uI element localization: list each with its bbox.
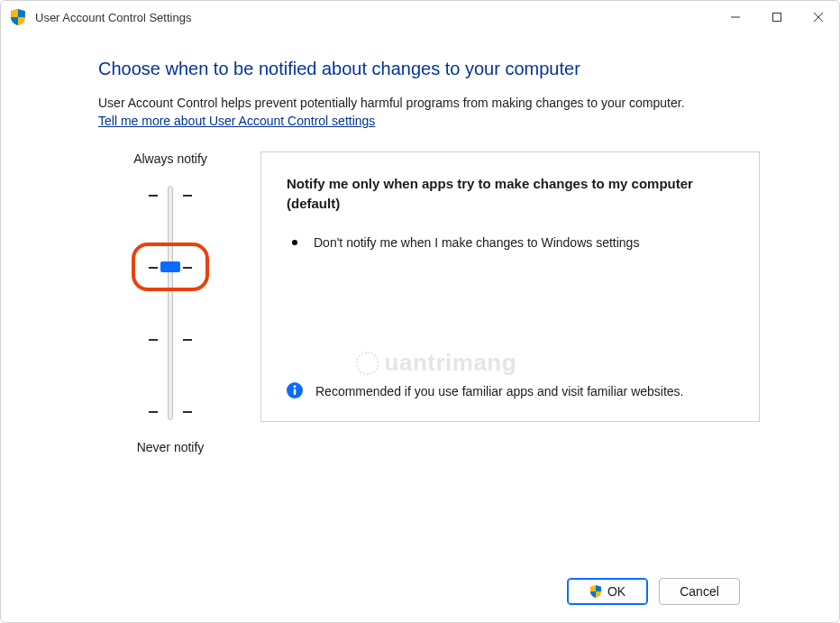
cancel-button[interactable]: Cancel — [659, 578, 740, 605]
info-icon — [287, 382, 303, 399]
slider-tick — [149, 411, 158, 413]
svg-rect-1 — [773, 14, 781, 22]
close-button[interactable] — [798, 1, 839, 33]
content-area: Choose when to be notified about changes… — [1, 33, 839, 561]
shield-icon — [10, 9, 26, 25]
slider-tick — [149, 195, 158, 197]
slider-tick — [149, 339, 158, 341]
minimize-button[interactable] — [715, 1, 756, 33]
description-text: User Account Control helps prevent poten… — [98, 96, 760, 110]
ok-button[interactable]: OK — [567, 578, 648, 605]
svg-point-5 — [294, 385, 297, 388]
recommendation-text: Recommended if you use familiar apps and… — [315, 382, 684, 401]
slider-tick — [183, 195, 192, 197]
notification-slider[interactable] — [98, 177, 242, 429]
slider-top-label: Always notify — [98, 151, 242, 166]
panel-bullet-text: Don't notify me when I make changes to W… — [314, 234, 639, 252]
slider-thumb[interactable] — [160, 261, 180, 272]
bullet-icon — [292, 240, 297, 245]
ok-button-label: OK — [607, 584, 625, 599]
panel-title: Notify me only when apps try to make cha… — [287, 174, 734, 214]
slider-track — [168, 186, 173, 420]
titlebar: User Account Control Settings — [1, 1, 839, 33]
slider-tick — [183, 411, 192, 413]
learn-more-link[interactable]: Tell me more about User Account Control … — [98, 114, 375, 128]
page-heading: Choose when to be notified about changes… — [98, 59, 760, 79]
cancel-button-label: Cancel — [680, 584, 719, 599]
maximize-button[interactable] — [756, 1, 798, 33]
notification-slider-column: Always notify Never notify — [98, 151, 242, 454]
window-controls — [715, 1, 839, 33]
recommendation-row: Recommended if you use familiar apps and… — [287, 382, 734, 401]
panel-bullet-row: Don't notify me when I make changes to W… — [287, 234, 734, 252]
dialog-footer: OK Cancel — [1, 561, 839, 622]
shield-icon — [589, 585, 602, 598]
window-title: User Account Control Settings — [35, 11, 715, 24]
slider-bottom-label: Never notify — [98, 440, 242, 454]
detail-panel: Notify me only when apps try to make cha… — [260, 151, 760, 422]
svg-rect-6 — [294, 389, 296, 395]
slider-tick — [183, 339, 192, 341]
uac-settings-window: User Account Control Settings Choose whe… — [0, 0, 840, 623]
